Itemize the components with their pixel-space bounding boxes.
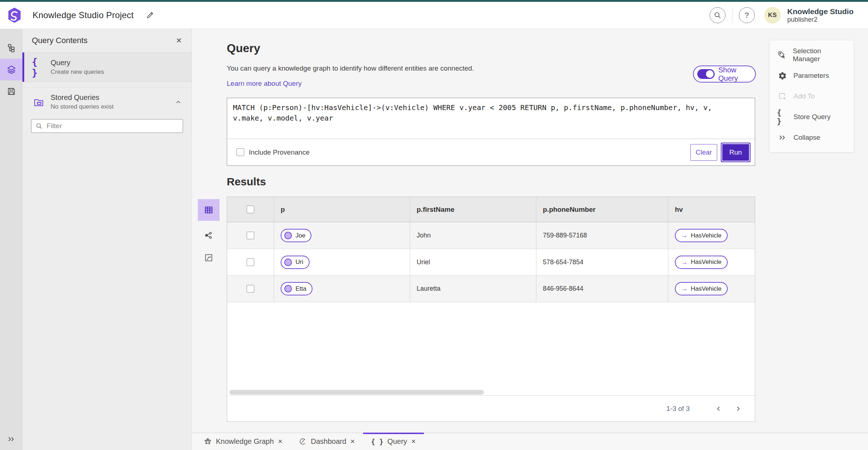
header-actions: ? KS Knowledge Studio publisher2 — [710, 7, 868, 24]
query-contents-panel: Query Contents ✕ { } Query Create new qu… — [22, 29, 192, 450]
include-provenance-label: Include Provenance — [249, 148, 310, 156]
table-view-button[interactable] — [198, 199, 220, 221]
stored-queries-description: No stored queries exist — [51, 103, 114, 110]
results-heading: Results — [227, 176, 266, 188]
query-editor-box: MATCH (p:Person)-[hv:HasVehicle]->(v:Veh… — [227, 98, 755, 166]
learn-more-link[interactable]: Learn more about Query — [227, 80, 302, 88]
pagination-range: 1-3 of 3 — [667, 405, 690, 413]
app-header: Knowledge Studio Project ? KS Knowledge … — [0, 2, 868, 29]
clear-button[interactable]: Clear — [690, 144, 717, 161]
table-row: Etta Lauretta 846-956-8644 → HasVehicle — [227, 276, 755, 302]
filter-field-wrap — [31, 119, 183, 133]
select-all-checkbox[interactable] — [247, 206, 254, 213]
row-checkbox[interactable] — [247, 285, 254, 293]
collapse-panel-button[interactable]: Collapse — [770, 128, 854, 147]
show-query-toggle[interactable]: Show Query — [693, 66, 756, 83]
edit-project-title-button[interactable] — [145, 10, 156, 21]
row-checkbox[interactable] — [247, 258, 254, 266]
question-icon: ? — [745, 11, 749, 20]
add-to-icon — [778, 92, 787, 101]
store-query-button[interactable]: { } Store Query — [770, 108, 854, 126]
relationship-pill[interactable]: → HasVehicle — [675, 282, 728, 295]
query-controls-row: Include Provenance Clear Run — [227, 139, 755, 165]
left-nav-rail — [0, 29, 22, 450]
entity-pill[interactable]: Etta — [281, 282, 312, 295]
knowledge-studio-app: Knowledge Studio Project ? KS Knowledge … — [0, 0, 868, 450]
query-item-label: Query — [51, 59, 104, 67]
relationship-pill[interactable]: → HasVehicle — [675, 229, 728, 242]
expand-rail-button[interactable] — [0, 435, 22, 443]
arrow-right-icon: → — [681, 258, 688, 266]
row-checkbox[interactable] — [247, 232, 254, 239]
user-name: publisher2 — [787, 16, 854, 24]
nav-save-button[interactable] — [0, 80, 22, 102]
parameters-button[interactable]: Parameters — [770, 66, 854, 85]
entity-pill[interactable]: Joe — [281, 229, 311, 242]
stored-queries-label: Stored Queries — [51, 93, 114, 102]
previous-page-button[interactable] — [711, 401, 726, 416]
toggle-switch[interactable] — [697, 69, 715, 79]
query-item-description: Create new queries — [51, 68, 104, 76]
include-provenance-checkbox[interactable] — [237, 148, 244, 156]
table-icon — [204, 205, 214, 215]
braces-icon: { } — [777, 108, 788, 126]
panel-header: Query Contents ✕ — [22, 29, 191, 52]
column-header-hv[interactable]: hv — [668, 197, 755, 222]
close-tab-icon[interactable]: ✕ — [278, 438, 282, 445]
tab-query[interactable]: { } Query ✕ — [363, 433, 424, 450]
show-query-label: Show Query — [718, 66, 749, 83]
entity-node-icon — [284, 285, 292, 293]
cell-phonenumber: 846-956-8644 — [543, 285, 583, 293]
column-header-firstname[interactable]: p.firstName — [410, 197, 536, 222]
help-button[interactable]: ? — [739, 7, 755, 23]
run-button[interactable]: Run — [722, 144, 749, 161]
gear-icon — [778, 71, 787, 80]
user-avatar[interactable]: KS — [764, 7, 781, 24]
next-page-button[interactable] — [731, 401, 745, 416]
filter-input[interactable] — [31, 119, 183, 133]
panel-item-query[interactable]: { } Query Create new queries — [22, 52, 191, 82]
save-icon — [7, 87, 16, 96]
search-button[interactable] — [710, 7, 726, 23]
tab-dashboard[interactable]: Dashboard ✕ — [291, 433, 363, 450]
chart-view-button[interactable] — [198, 247, 220, 269]
relationship-pill[interactable]: → HasVehicle — [675, 256, 728, 269]
close-panel-button[interactable]: ✕ — [176, 36, 182, 45]
column-header-p[interactable]: p — [274, 197, 410, 222]
graph-view-button[interactable] — [198, 224, 220, 246]
pagination-bar: 1-3 of 3 — [227, 395, 755, 421]
pencil-icon — [146, 11, 154, 20]
query-actions-panel: Selection Manager Parameters Add To { } … — [770, 41, 854, 152]
table-header-row: p p.firstName p.phoneNumber hv — [227, 197, 755, 222]
close-tab-icon[interactable]: ✕ — [350, 438, 355, 445]
close-tab-icon[interactable]: ✕ — [411, 438, 416, 445]
results-view-toolbar — [198, 199, 220, 269]
chevron-up-icon — [175, 98, 182, 106]
arrow-right-icon: → — [681, 232, 688, 239]
entity-pill[interactable]: Uri — [281, 256, 310, 269]
chevron-left-icon — [715, 405, 722, 412]
column-header-phonenumber[interactable]: p.phoneNumber — [536, 197, 668, 222]
nav-ontology-button[interactable] — [0, 37, 22, 59]
nav-query-button[interactable] — [0, 59, 22, 80]
cell-firstname: John — [417, 232, 431, 239]
tab-knowledge-graph[interactable]: Knowledge Graph ✕ — [196, 433, 291, 450]
collapse-section-button[interactable] — [175, 98, 182, 106]
app-logo-icon[interactable] — [7, 7, 22, 23]
panel-item-stored-queries[interactable]: Stored Queries No stored queries exist — [22, 87, 191, 116]
cell-phonenumber: 759-889-57168 — [543, 232, 587, 239]
query-editor[interactable]: MATCH (p:Person)-[hv:HasVehicle]->(v:Veh… — [227, 98, 755, 139]
selection-manager-button[interactable]: Selection Manager — [770, 46, 854, 64]
table-row: Uri Uriel 578-654-7854 → HasVehicle — [227, 249, 755, 276]
bottom-tab-bar: Knowledge Graph ✕ Dashboard ✕ { } Query … — [192, 433, 868, 450]
tag-cursor-icon — [777, 50, 787, 60]
hierarchy-icon — [7, 43, 16, 52]
add-to-button[interactable]: Add To — [770, 87, 854, 106]
network-icon — [204, 231, 213, 240]
braces-icon: { } — [32, 56, 46, 78]
product-name: Knowledge Studio — [787, 7, 854, 16]
cell-firstname: Uriel — [417, 258, 430, 266]
user-info: Knowledge Studio publisher2 — [787, 7, 854, 24]
cell-phonenumber: 578-654-7854 — [543, 258, 583, 266]
horizontal-scrollbar[interactable] — [229, 390, 484, 395]
